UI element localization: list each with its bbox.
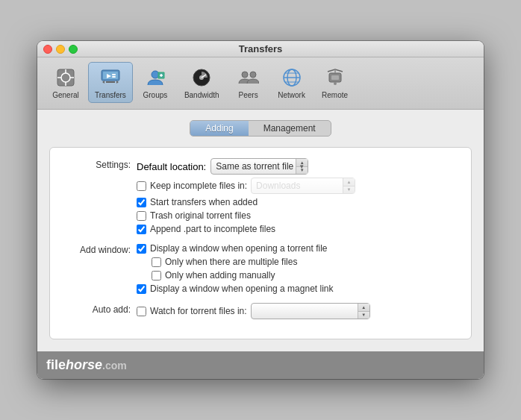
toolbar-item-bandwidth[interactable]: Bandwidth [178, 62, 226, 103]
traffic-lights [43, 45, 78, 54]
bandwidth-icon [190, 66, 213, 90]
svg-rect-30 [331, 75, 339, 80]
trash-original-checkbox[interactable] [137, 211, 146, 221]
svg-point-31 [334, 82, 337, 85]
append-part-checkbox[interactable] [137, 225, 146, 234]
display-torrent-row: Display a window when opening a torrent … [137, 243, 459, 254]
add-window-label: Add window: [62, 243, 137, 255]
tab-container: Adding Management [190, 120, 331, 137]
add-window-row: Add window: Display a window when openin… [62, 243, 459, 297]
downloads-stepper-down[interactable]: ▼ [343, 187, 355, 194]
svg-rect-9 [112, 74, 116, 75]
watch-stepper: ▲ ▼ [358, 304, 369, 319]
remote-icon [323, 66, 347, 90]
svg-marker-12 [102, 81, 104, 84]
zoom-button[interactable] [69, 45, 78, 54]
content-area: Adding Management Settings: Default loca… [37, 110, 484, 351]
watch-folder-checkbox[interactable] [137, 307, 146, 316]
general-icon [54, 66, 78, 90]
only-multiple-row: Only when there are multiple files [152, 257, 459, 267]
svg-marker-13 [116, 81, 119, 84]
append-part-label[interactable]: Append .part to incomplete files [150, 224, 275, 234]
watermark-bar: filehorse.com [37, 351, 484, 379]
close-button[interactable] [43, 45, 52, 54]
remote-label: Remote [322, 91, 348, 99]
toolbar-item-transfers[interactable]: Transfers [88, 62, 133, 103]
toolbar-item-remote[interactable]: Remote [314, 62, 356, 103]
settings-label: Settings: [62, 158, 137, 170]
default-location-select[interactable]: Same as torrent file [210, 158, 308, 175]
display-torrent-label[interactable]: Display a window when opening a torrent … [150, 243, 327, 254]
toolbar-item-peers[interactable]: Peers [228, 62, 269, 103]
display-torrent-checkbox[interactable] [137, 244, 146, 254]
watch-stepper-up[interactable]: ▲ [358, 304, 369, 312]
peers-icon [237, 66, 260, 90]
auto-add-label: Auto add: [62, 303, 137, 315]
keep-incomplete-checkbox[interactable] [137, 181, 146, 191]
auto-add-content: Watch for torrent files in: ▲ ▼ [137, 303, 459, 322]
settings-panel: Settings: Default location: Same as torr… [49, 147, 472, 339]
watermark-text: filehorse.com [46, 357, 127, 373]
downloads-select-wrapper: Downloads ▲ ▼ [251, 178, 355, 194]
watermark-domain: .com [102, 360, 127, 372]
svg-point-21 [242, 72, 248, 78]
window-title: Transfers [239, 43, 283, 54]
keep-incomplete-label[interactable]: Keep incomplete files in: [150, 181, 247, 191]
default-location-text: Default location: [137, 161, 206, 172]
stepper-down[interactable]: ▼ [296, 167, 308, 175]
peers-label: Peers [239, 91, 258, 99]
tab-adding[interactable]: Adding [190, 121, 248, 136]
display-magnet-row: Display a window when opening a magnet l… [137, 283, 459, 294]
stepper-up[interactable]: ▲ [296, 159, 308, 167]
downloads-select[interactable]: Downloads [251, 178, 355, 194]
append-part-row: Append .part to incomplete files [137, 224, 459, 234]
svg-point-22 [250, 72, 256, 78]
default-location-inline: Default location: Same as torrent file ▲… [137, 158, 459, 175]
transfers-label: Transfers [95, 91, 126, 99]
titlebar: Transfers [37, 41, 484, 57]
toolbar-item-general[interactable]: General [45, 62, 87, 103]
trash-original-label[interactable]: Trash original torrent files [150, 210, 251, 221]
auto-add-row: Auto add: Watch for torrent files in: ▲ … [62, 303, 459, 322]
tab-management[interactable]: Management [249, 121, 331, 136]
watch-label[interactable]: Watch for torrent files in: [150, 306, 247, 316]
settings-content: Default location: Same as torrent file ▲… [137, 158, 459, 237]
general-label: General [52, 91, 79, 99]
default-location-stepper: ▲ ▼ [296, 159, 308, 174]
default-location-select-wrapper: Same as torrent file ▲ ▼ [210, 158, 308, 175]
svg-rect-7 [103, 72, 118, 79]
only-multiple-checkbox[interactable] [152, 257, 161, 267]
only-manually-label[interactable]: Only when adding manually [165, 270, 275, 280]
start-transfers-checkbox[interactable] [137, 198, 146, 207]
trash-original-row: Trash original torrent files [137, 210, 459, 221]
bandwidth-label: Bandwidth [184, 91, 219, 99]
only-manually-row: Only when adding manually [152, 270, 459, 280]
add-window-content: Display a window when opening a torrent … [137, 243, 459, 297]
watch-stepper-down[interactable]: ▼ [358, 312, 369, 319]
display-magnet-checkbox[interactable] [137, 284, 146, 294]
watch-row: Watch for torrent files in: ▲ ▼ [137, 303, 459, 319]
toolbar-item-groups[interactable]: Groups [134, 62, 176, 103]
keep-incomplete-row: Keep incomplete files in: Downloads ▲ ▼ [137, 178, 459, 194]
watch-select[interactable] [251, 303, 370, 319]
main-window: Transfers General [37, 41, 484, 379]
toolbar-item-network[interactable]: Network [271, 62, 313, 103]
start-transfers-label[interactable]: Start transfers when added [150, 197, 258, 207]
network-label: Network [278, 91, 305, 99]
downloads-stepper-up[interactable]: ▲ [343, 178, 355, 187]
minimize-button[interactable] [56, 45, 65, 54]
default-location-row: Settings: Default location: Same as torr… [62, 158, 459, 237]
downloads-stepper: ▲ ▼ [343, 178, 355, 193]
groups-label: Groups [143, 91, 167, 99]
tab-bar: Adding Management [49, 120, 472, 137]
only-multiple-label[interactable]: Only when there are multiple files [165, 257, 297, 267]
toolbar: General Transfers [37, 57, 484, 110]
network-icon [280, 66, 304, 90]
display-magnet-label[interactable]: Display a window when opening a magnet l… [150, 283, 333, 294]
start-transfers-row: Start transfers when added [137, 197, 459, 207]
transfers-icon [99, 66, 122, 90]
only-manually-checkbox[interactable] [152, 271, 161, 280]
groups-icon [143, 66, 167, 90]
svg-rect-10 [112, 76, 116, 78]
watch-select-wrapper: ▲ ▼ [251, 303, 370, 319]
